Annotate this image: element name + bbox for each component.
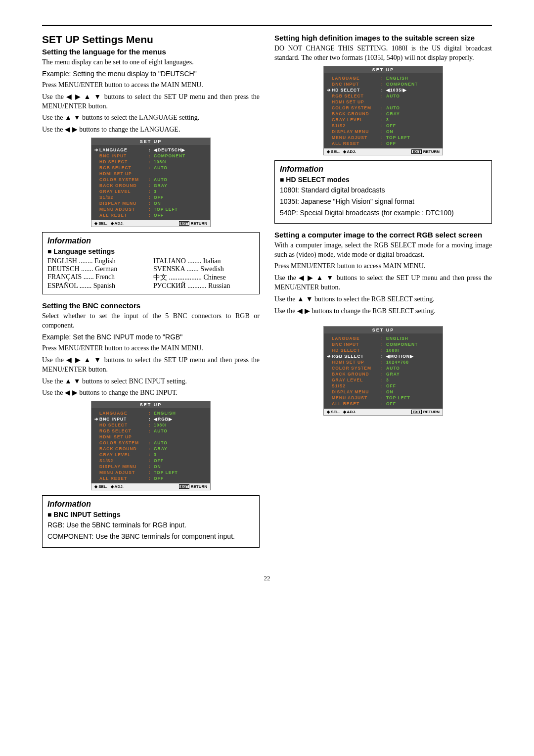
osd-row: RGB SELECT : AUTO <box>327 93 440 99</box>
section-heading: Setting high definition images to the su… <box>274 34 492 42</box>
osd-row: HDMI SET UP <box>94 171 207 177</box>
left-column: SET UP Settings Menu Setting the languag… <box>42 34 260 555</box>
osd-menu: SET UP ➔ LANGUAGE : ◀DEUTSCH▶ BNC INPUT … <box>91 138 211 227</box>
arrow-icons: ◀ ▶ <box>297 307 310 315</box>
osd-row: BACK GROUND : GRAY <box>327 111 440 117</box>
info-subtitle: Language settings <box>47 247 254 255</box>
arrow-icons: ◀ ▶ <box>65 388 78 396</box>
osd-row: LANGUAGE : ENGLISH <box>94 410 207 416</box>
info-subtitle: HD SELECT modes <box>280 176 487 184</box>
info-title: Information <box>280 165 487 174</box>
page-title: SET UP Settings Menu <box>42 34 260 46</box>
body-text: Example: Setting the menu display to "DE… <box>42 69 260 79</box>
osd-row: ALL RESET : OFF <box>94 212 207 218</box>
osd-row: S1/S2 : OFF <box>327 383 440 389</box>
osd-row: ➔ LANGUAGE : ◀DEUTSCH▶ <box>94 147 207 153</box>
page-number: 22 <box>42 574 492 582</box>
osd-row: HD SELECT : 1080I <box>327 347 440 353</box>
osd-row: S1/S2 : OFF <box>327 123 440 129</box>
info-box: Information BNC INPUT Settings RGB: Use … <box>42 495 260 548</box>
body-text: Use the ◀ ▶ buttons to change the BNC IN… <box>42 388 260 398</box>
arrow-icons: ◀ ▶ ▲ ▼ <box>299 274 334 282</box>
osd-row: RGB SELECT : AUTO <box>94 165 207 171</box>
osd-row: ALL RESET : OFF <box>327 141 440 146</box>
lang-row: ITALIANO ........ Italian <box>153 257 254 265</box>
info-subtitle: BNC INPUT Settings <box>47 511 254 519</box>
body-text: Press MENU/ENTER button to access the MA… <box>42 344 260 353</box>
osd-row: COLOR SYSTEM : AUTO <box>94 177 207 183</box>
osd-row: HDMI SET UP <box>327 99 440 105</box>
language-grid: ENGLISH ........ EnglishITALIANO .......… <box>47 257 254 290</box>
osd-row: GRAY LEVEL : 3 <box>327 377 440 383</box>
osd-row: COLOR SYSTEM : AUTO <box>327 105 440 111</box>
right-column: Setting high definition images to the su… <box>274 34 492 555</box>
info-box: Information Language settings ENGLISH ..… <box>42 232 260 294</box>
osd-row: S1/S2 : OFF <box>94 194 207 200</box>
body-text: Use the ▲ ▼ buttons to select BNC INPUT … <box>42 377 260 386</box>
body-text: DO NOT CHANGE THIS SETTING. 1080I is the… <box>274 44 492 63</box>
osd-row: HD SELECT : 1080I <box>94 422 207 428</box>
osd-row: LANGUAGE : ENGLISH <box>327 335 440 341</box>
lang-row: 中文 ................... Chinese <box>153 273 254 282</box>
osd-row: BNC INPUT : COMPONENT <box>327 341 440 347</box>
section-heading: Setting a computer image to the correct … <box>274 231 492 239</box>
osd-row: DISPLAY MENU : ON <box>327 389 440 395</box>
body-text: Press MENU/ENTER button to access the MA… <box>42 81 260 90</box>
info-box: Information HD SELECT modes 1080I: Stand… <box>274 160 492 224</box>
osd-row: ALL RESET : OFF <box>94 475 207 481</box>
body-text: 540P: Special Digital broadcasts (for ex… <box>280 208 487 218</box>
body-text: COMPONENT: Use the 3BNC terminals for co… <box>47 532 254 541</box>
osd-row: BACK GROUND : GRAY <box>327 371 440 377</box>
osd-footer: ◆ SEL. ◆ ADJ. EXIT RETURN <box>324 148 443 155</box>
osd-footer: ◆ SEL. ◆ ADJ. EXIT RETURN <box>91 483 210 490</box>
osd-footer: ◆ SEL. ◆ ADJ. EXIT RETURN <box>324 409 443 415</box>
osd-row: DISPLAY MENU : ON <box>94 464 207 470</box>
body-text: 1035I: Japanese "High Vision" signal for… <box>280 197 487 206</box>
info-title: Information <box>47 236 254 245</box>
osd-title: SET UP <box>324 66 443 73</box>
osd-row: HDMI SET UP : 1024×768 <box>327 359 440 365</box>
body-text: Use the ◀ ▶ ▲ ▼ buttons to select the SE… <box>274 273 492 292</box>
body-text: 1080I: Standard digital broadcasts <box>280 186 487 195</box>
osd-row: BACK GROUND : GRAY <box>94 183 207 189</box>
osd-row: BNC INPUT : COMPONENT <box>94 153 207 159</box>
section-heading: Setting the BNC connectors <box>42 301 260 310</box>
osd-menu: SET UP LANGUAGE : ENGLISH BNC INPUT : CO… <box>323 326 443 416</box>
osd-title: SET UP <box>91 138 210 145</box>
osd-title: SET UP <box>91 401 210 408</box>
osd-row: MENU ADJUST : TOP LEFT <box>94 470 207 475</box>
osd-row: COLOR SYSTEM : AUTO <box>327 365 440 371</box>
lang-row: РУССКИЙ ........... Russian <box>153 282 254 290</box>
body-text: Use the ◀ ▶ ▲ ▼ buttons to select the SE… <box>42 92 260 111</box>
body-text: Select whether to set the input of the 5… <box>42 312 260 331</box>
body-text: Use the ▲ ▼ buttons to select the RGB SE… <box>274 294 492 304</box>
body-text: Use the ◀ ▶ buttons to change the LANGUA… <box>42 125 260 135</box>
osd-row: DISPLAY MENU : ON <box>94 200 207 206</box>
osd-row: GRAY LEVEL : 3 <box>94 189 207 194</box>
arrow-icons: ◀ ▶ ▲ ▼ <box>66 356 102 364</box>
osd-row: S1/S2 : OFF <box>94 458 207 464</box>
osd-menu: SET UP LANGUAGE : ENGLISH BNC INPUT : CO… <box>323 66 443 155</box>
osd-menu: SET UP LANGUAGE : ENGLISH ➔ BNC INPUT : … <box>91 401 211 490</box>
arrow-icons: ▲ ▼ <box>65 377 81 385</box>
osd-row: COLOR SYSTEM : AUTO <box>94 440 207 446</box>
body-text: Use the ▲ ▼ buttons to select the LANGUA… <box>42 113 260 123</box>
body-text: With a computer image, select the RGB SE… <box>274 241 492 260</box>
osd-title: SET UP <box>324 327 443 333</box>
osd-row: MENU ADJUST : TOP LEFT <box>327 395 440 401</box>
osd-row: MENU ADJUST : TOP LEFT <box>327 135 440 141</box>
osd-footer: ◆ SEL. ◆ ADJ. EXIT RETURN <box>91 220 210 227</box>
osd-row: BNC INPUT : COMPONENT <box>327 81 440 87</box>
body-text: Use the ◀ ▶ buttons to change the RGB SE… <box>274 306 492 316</box>
osd-row: BACK GROUND : GRAY <box>94 446 207 452</box>
body-text: Press MENU/ENTER button to access MAIN M… <box>274 262 492 271</box>
osd-row: MENU ADJUST : TOP LEFT <box>94 206 207 212</box>
osd-row: LANGUAGE : ENGLISH <box>327 75 440 81</box>
osd-row: GRAY LEVEL : 3 <box>94 452 207 458</box>
osd-row: ➔ RGB SELECT : ◀MOTION▶ <box>327 353 440 359</box>
arrow-icons: ◀ ▶ <box>65 125 78 133</box>
osd-row: RGB SELECT : AUTO <box>94 428 207 434</box>
arrow-icons: ◀ ▶ ▲ ▼ <box>66 93 102 100</box>
info-title: Information <box>47 500 254 509</box>
osd-row: HD SELECT : 1080I <box>94 159 207 165</box>
